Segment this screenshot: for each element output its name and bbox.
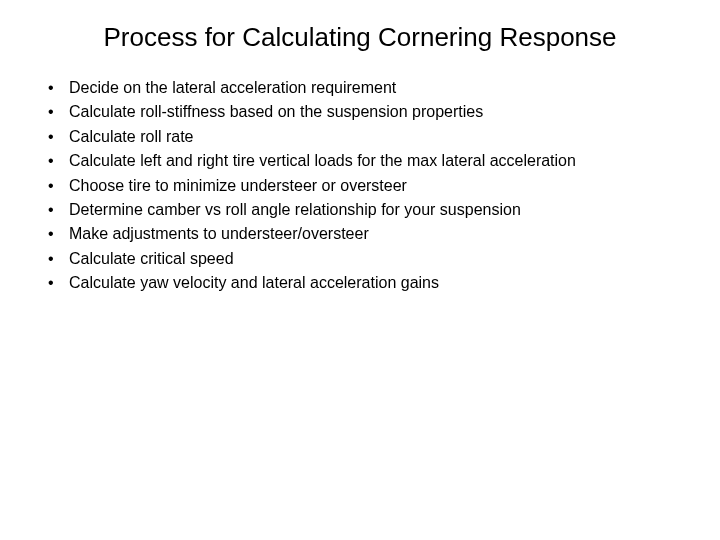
list-item: • Calculate critical speed xyxy=(45,248,685,270)
item-text: Calculate roll-stiffness based on the su… xyxy=(69,101,685,123)
bullet-icon: • xyxy=(45,150,69,172)
bullet-icon: • xyxy=(45,77,69,99)
bullet-icon: • xyxy=(45,175,69,197)
list-item: • Choose tire to minimize understeer or … xyxy=(45,175,685,197)
bullet-icon: • xyxy=(45,248,69,270)
bullet-icon: • xyxy=(45,272,69,294)
item-text: Determine camber vs roll angle relations… xyxy=(69,199,685,221)
bullet-icon: • xyxy=(45,223,69,245)
bullet-icon: • xyxy=(45,126,69,148)
item-text: Calculate critical speed xyxy=(69,248,685,270)
list-item: • Decide on the lateral acceleration req… xyxy=(45,77,685,99)
item-text: Calculate roll rate xyxy=(69,126,685,148)
bullet-list: • Decide on the lateral acceleration req… xyxy=(35,77,685,295)
slide-title: Process for Calculating Cornering Respon… xyxy=(35,22,685,53)
item-text: Calculate left and right tire vertical l… xyxy=(69,150,685,172)
bullet-icon: • xyxy=(45,101,69,123)
item-text: Decide on the lateral acceleration requi… xyxy=(69,77,685,99)
item-text: Calculate yaw velocity and lateral accel… xyxy=(69,272,685,294)
list-item: • Calculate roll-stiffness based on the … xyxy=(45,101,685,123)
list-item: • Determine camber vs roll angle relatio… xyxy=(45,199,685,221)
list-item: • Calculate left and right tire vertical… xyxy=(45,150,685,172)
item-text: Make adjustments to understeer/oversteer xyxy=(69,223,685,245)
list-item: • Calculate roll rate xyxy=(45,126,685,148)
bullet-icon: • xyxy=(45,199,69,221)
list-item: • Calculate yaw velocity and lateral acc… xyxy=(45,272,685,294)
item-text: Choose tire to minimize understeer or ov… xyxy=(69,175,685,197)
list-item: • Make adjustments to understeer/overste… xyxy=(45,223,685,245)
